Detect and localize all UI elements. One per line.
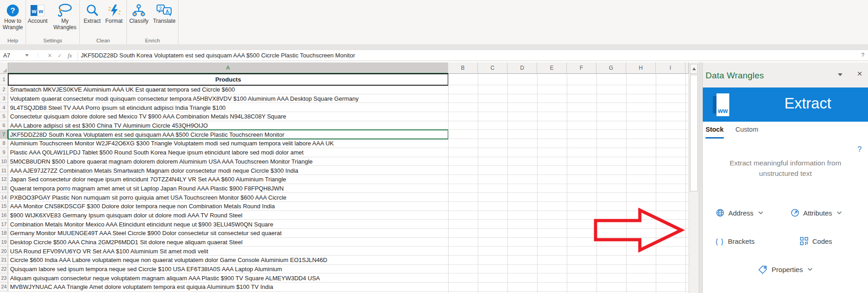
sheet-row-3[interactable]: Voluptatem quaerat consectetur modi quis… [8, 94, 689, 103]
sheet-row-23[interactable]: Aliquam quisquam consectetur neque volup… [8, 273, 689, 283]
sheet-row-4[interactable]: 9L4TSQJDB8 Steel TV AAA Porro ipsum sit … [8, 103, 689, 112]
tab-stock[interactable]: Stock [706, 126, 724, 139]
vertical-scrollbar[interactable] [689, 62, 699, 293]
sheet-row-18[interactable]: Germany Monitor MUUENGE49T AAA Steel Cic… [8, 229, 689, 238]
row-header-16[interactable]: 16 [0, 211, 8, 220]
column-header-D[interactable]: D [507, 62, 537, 74]
sheet-row-5[interactable]: Consectetur quisquam dolore dolore sed M… [8, 112, 689, 121]
sheet-row-17[interactable]: Combination Metals Monitor Mexico AAA Et… [8, 220, 689, 229]
column-header-E[interactable]: E [537, 62, 567, 74]
cell-A16[interactable]: $900 WIJK6XVE83 Germany Ipsum quisquam d… [8, 212, 242, 219]
cell-A11[interactable]: AAA AJE97JZ7ZZ Combination Metals Smartw… [8, 167, 298, 174]
help-icon[interactable]: ? [861, 52, 864, 58]
sheet-row-22[interactable]: Quisquam labore sed ipsum tempora neque … [8, 265, 689, 274]
row-header-20[interactable]: 20 [0, 247, 8, 256]
cell-A22[interactable]: Quisquam labore sed ipsum tempora neque … [8, 266, 282, 272]
row-header-19[interactable]: 19 [0, 238, 8, 247]
cancel-icon[interactable]: ✕ [45, 52, 55, 59]
my-wrangles-button[interactable]: My Wrangles [51, 2, 79, 31]
properties-option-button[interactable]: Properties [758, 265, 813, 274]
attributes-option-button[interactable]: Attributes [790, 208, 850, 217]
row-header-4[interactable]: 4 [0, 103, 8, 112]
row-header-23[interactable]: 23 [0, 273, 8, 283]
row-header-15[interactable]: 15 [0, 202, 8, 211]
row-header-18[interactable]: 18 [0, 229, 8, 238]
row-header-3[interactable]: 3 [0, 94, 8, 103]
enter-icon[interactable]: ✓ [55, 52, 65, 59]
name-box-dropdown-icon[interactable] [25, 54, 29, 57]
cell-A8[interactable]: Aluminium Touchscreen Monitor W2JF42O6XG… [8, 140, 334, 147]
row-header-10[interactable]: 10 [0, 157, 8, 166]
translate-button[interactable]: 文ATranslate [152, 2, 177, 25]
cell-A19[interactable]: Desktop Cicrcle $500 AAA China 2GM2P6MDD… [8, 239, 242, 246]
row-header-13[interactable]: 13 [0, 184, 8, 193]
pane-help-icon[interactable]: ? [858, 145, 862, 154]
name-box[interactable]: A7 [0, 50, 31, 61]
cell-A2[interactable]: Smartwatch MKVJES0KVE Aluminium AAA UK E… [8, 86, 235, 93]
extract-button[interactable]: Extract [82, 2, 102, 25]
pane-close-icon[interactable]: ✕ [857, 70, 863, 78]
sheet-row-2[interactable]: Smartwatch MKVJES0KVE Aluminium AAA UK E… [8, 85, 689, 94]
column-header-H[interactable]: H [626, 62, 656, 74]
column-header-I[interactable]: I [656, 62, 685, 74]
row-header-17[interactable]: 17 [0, 220, 8, 229]
sheet-row-21[interactable]: Cicrcle $600 India AAA Labore voluptatem… [8, 256, 689, 265]
row-header-14[interactable]: 14 [0, 193, 8, 202]
sheet-row-10[interactable]: 5M0CB8UDRN $500 Labore quaerat magnam do… [8, 157, 689, 166]
cell-A17[interactable]: Combination Metals Monitor Mexico AAA Et… [8, 221, 273, 228]
cell-A21[interactable]: Cicrcle $600 India AAA Labore voluptatem… [8, 257, 327, 263]
row-header-8[interactable]: 8 [0, 139, 8, 148]
sheet-row-13[interactable]: Quaerat tempora porro magnam amet amet u… [8, 184, 689, 193]
sheet-row-15[interactable]: AAA Monitor CNS8KDSCGF $300 Dolore dolor… [8, 202, 689, 211]
sheet-row-16[interactable]: $900 WIJK6XVE83 Germany Ipsum quisquam d… [8, 211, 689, 220]
sheet-row-12[interactable]: Japan Sed consectetur dolor neque ipsum … [8, 175, 689, 184]
cell-A4[interactable]: 9L4TSQJDB8 Steel TV AAA Porro ipsum sit … [8, 104, 225, 111]
cell-A3[interactable]: Voluptatem quaerat consectetur modi quis… [8, 95, 359, 102]
column-header-G[interactable]: G [596, 62, 626, 74]
row-header-24[interactable]: 24 [0, 283, 8, 292]
cell-A10[interactable]: 5M0CB8UDRN $500 Labore quaerat magnam do… [8, 158, 313, 165]
cell-A5[interactable]: Consectetur quisquam dolore dolore sed M… [8, 113, 286, 120]
column-header-B[interactable]: B [448, 62, 478, 74]
row-header-6[interactable]: 6 [0, 121, 8, 130]
scroll-up-icon[interactable] [690, 64, 698, 74]
row-header-12[interactable]: 12 [0, 175, 8, 184]
sheet-row-7[interactable]: JKF5DDZ28D South Korea Voluptatem est se… [8, 130, 689, 139]
cell-A9[interactable]: Plastic AAA Q0LAW1LPDJ Tablet $500 Round… [8, 149, 303, 156]
column-header-F[interactable]: F [567, 62, 596, 74]
row-header-2[interactable]: 2 [0, 85, 8, 94]
sheet-row-24[interactable]: MVBWJYNUAC AAA Triangle Amet dolore volu… [8, 283, 689, 292]
row-header-11[interactable]: 11 [0, 166, 8, 175]
formula-input[interactable]: JKF5DDZ28D South Korea Voluptatem est se… [81, 52, 355, 59]
row-header-1[interactable]: 1 [0, 74, 8, 85]
sheet-row-11[interactable]: AAA AJE97JZ7ZZ Combination Metals Smartw… [8, 166, 689, 175]
select-all-corner[interactable] [0, 62, 8, 74]
sheet-row-9[interactable]: Plastic AAA Q0LAW1LPDJ Tablet $500 Round… [8, 148, 689, 157]
cell-A14[interactable]: PXBOO3PGAY Plastic Non numquam sit porro… [8, 194, 287, 201]
cell-A7[interactable]: JKF5DDZ28D South Korea Voluptatem est se… [8, 131, 284, 138]
chevron-down-icon[interactable] [837, 211, 842, 215]
account-button[interactable]: wwAccount [26, 2, 49, 25]
task-pane-splitter[interactable] [699, 62, 703, 293]
cell-A13[interactable]: Quaerat tempora porro magnam amet amet u… [8, 185, 284, 192]
scrollbar-thumb[interactable] [690, 75, 698, 191]
chevron-down-icon[interactable] [807, 267, 813, 271]
classify-button[interactable]: Classify [128, 2, 150, 25]
how-to-wrangle-button[interactable]: ?How to Wrangle [0, 2, 26, 31]
cell-A6[interactable]: AAA Labore adipisci sit est $300 China T… [8, 122, 208, 129]
column-header-A[interactable]: A [8, 62, 448, 74]
row-header-22[interactable]: 22 [0, 265, 8, 274]
row-header-9[interactable]: 9 [0, 148, 8, 157]
cell-A20[interactable]: USA Round EFV09VU6YO VR Set AAA $100 Alu… [8, 248, 208, 255]
row-header-7[interactable]: 7 [0, 130, 8, 139]
sheet-row-20[interactable]: USA Round EFV09VU6YO VR Set AAA $100 Alu… [8, 247, 689, 256]
cell-A15[interactable]: AAA Monitor CNS8KDSCGF $300 Dolore dolor… [8, 203, 275, 210]
chevron-down-icon[interactable] [758, 211, 763, 215]
cell-A24[interactable]: MVBWJYNUAC AAA Triangle Amet dolore volu… [8, 283, 273, 290]
products-header-row[interactable]: Products [8, 74, 689, 85]
sheet-row-19[interactable]: Desktop Cicrcle $500 AAA China 2GM2P6MDD… [8, 238, 689, 247]
products-cell[interactable]: Products [8, 76, 448, 83]
row-header-21[interactable]: 21 [0, 256, 8, 265]
sheet-row-14[interactable]: PXBOO3PGAY Plastic Non numquam sit porro… [8, 193, 689, 202]
sheet-row-6[interactable]: AAA Labore adipisci sit est $300 China T… [8, 121, 689, 130]
